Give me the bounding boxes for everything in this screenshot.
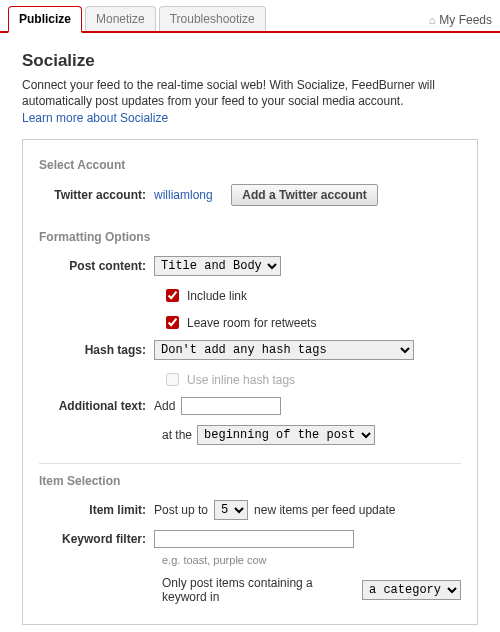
scope-select[interactable]: a category [362,580,461,600]
position-row: at the beginning of the post [162,425,461,445]
learn-more-link[interactable]: Learn more about Socialize [22,111,168,125]
section-formatting-options: Formatting Options [39,230,461,244]
tab-monetize[interactable]: Monetize [85,6,156,31]
twitter-account-row: Twitter account: williamlong Add a Twitt… [39,184,461,206]
only-post-row: Only post items containing a keyword in … [162,576,461,604]
keyword-filter-input[interactable] [154,530,354,548]
item-limit-label: Item limit: [39,503,154,517]
home-icon: ⌂ [429,14,436,26]
page-title: Socialize [22,51,478,71]
leave-room-label: Leave room for retweets [187,316,316,330]
my-feeds-link[interactable]: ⌂ My Feeds [429,13,492,31]
include-link-row: Include link [162,286,461,305]
leave-room-checkbox[interactable] [166,316,179,329]
position-select[interactable]: beginning of the post [197,425,375,445]
tab-publicize[interactable]: Publicize [8,6,82,33]
item-limit-row: Item limit: Post up to 5 new items per f… [39,500,461,520]
my-feeds-label: My Feeds [439,13,492,27]
twitter-account-label: Twitter account: [39,188,154,202]
post-content-select[interactable]: Title and Body [154,256,281,276]
section-select-account: Select Account [39,158,461,172]
additional-text-input[interactable] [181,397,281,415]
include-link-label: Include link [187,289,247,303]
page-intro: Connect your feed to the real-time socia… [22,77,478,109]
only-post-label: Only post items containing a keyword in [162,576,357,604]
hash-tags-select[interactable]: Don't add any hash tags [154,340,414,360]
post-content-row: Post content: Title and Body [39,256,461,276]
add-word: Add [154,399,175,413]
post-up-to-label: Post up to [154,503,208,517]
additional-text-label: Additional text: [39,399,154,413]
keyword-hint: e.g. toast, purple cow [162,554,461,566]
post-content-label: Post content: [39,259,154,273]
item-limit-select[interactable]: 5 [214,500,248,520]
inline-hash-label: Use inline hash tags [187,373,295,387]
inline-hash-checkbox [166,373,179,386]
content: Socialize Connect your feed to the real-… [0,33,500,625]
hash-tags-label: Hash tags: [39,343,154,357]
add-twitter-account-button[interactable]: Add a Twitter account [231,184,377,206]
keyword-filter-label: Keyword filter: [39,532,154,546]
additional-text-row: Additional text: Add [39,397,461,415]
keyword-filter-row: Keyword filter: [39,530,461,548]
twitter-username-link[interactable]: williamlong [154,188,213,202]
new-items-label: new items per feed update [254,503,395,517]
leave-room-row: Leave room for retweets [162,313,461,332]
hash-tags-row: Hash tags: Don't add any hash tags [39,340,461,360]
divider [39,463,461,464]
tabs-row: Publicize Monetize Troubleshootize ⌂ My … [0,0,500,33]
at-the-label: at the [162,428,192,442]
include-link-checkbox[interactable] [166,289,179,302]
inline-hash-row: Use inline hash tags [162,370,461,389]
settings-panel: Select Account Twitter account: williaml… [22,139,478,625]
section-item-selection: Item Selection [39,474,461,488]
tab-troubleshootize[interactable]: Troubleshootize [159,6,266,31]
